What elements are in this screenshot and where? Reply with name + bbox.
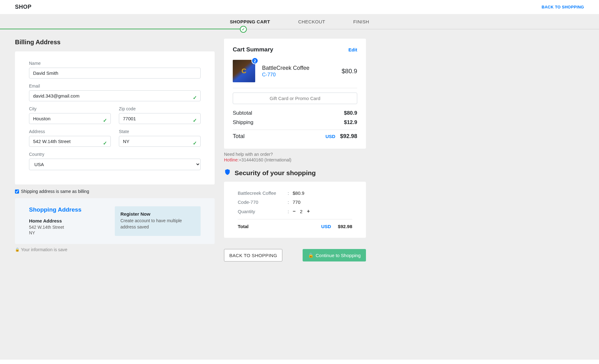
sec-row1-key: Battlecreek Coffee [238,190,288,196]
cart-item-code[interactable]: C-770 [262,72,335,78]
shipping-label: Shipping [233,119,253,126]
home-address-line1: 542 W.14th Street [29,225,109,230]
qty-decrease-button[interactable]: − [293,208,295,214]
email-label: Email [29,84,201,89]
sec-qty-value: 2 [300,209,302,214]
edit-cart-link[interactable]: Edit [348,47,357,52]
cart-summary-card: Cart Summary Edit 2 BattleCreek Coffee C… [224,39,366,149]
cart-summary-title: Cart Summary [233,46,273,53]
continue-label: Continue to Shopping [316,253,361,258]
continue-button[interactable]: 🔒 Continue to Shopping [303,249,366,261]
shield-icon [224,169,231,177]
step-cart[interactable]: SHOPPING CART [230,19,270,24]
address-input[interactable] [29,136,111,147]
city-input[interactable] [29,113,111,124]
check-icon: ✓ [193,95,197,101]
back-to-shopping-link[interactable]: BACK TO SHOPPING [542,5,584,9]
state-input[interactable] [119,136,201,147]
subtotal-value: $80.9 [344,110,357,116]
sec-row3-key: Quantity [238,209,288,214]
hotline-number: +314440160 (International) [239,157,291,162]
shopping-address-heading: Shopping Address [29,206,109,213]
currency-label: USD [325,134,335,139]
sec-row2-key: Code-770 [238,199,288,205]
check-icon: ✓ [103,117,107,123]
lock-icon: 🔒 [308,252,314,258]
cart-item-name: BattleCreek Coffee [262,65,335,71]
total-label: Total [233,133,245,140]
email-input[interactable] [29,90,201,101]
check-icon: ✓ [193,140,197,146]
step-finish[interactable]: FINISH [353,19,369,24]
zip-input[interactable] [119,113,201,124]
city-label: City [29,106,111,111]
cart-item-price: $80.9 [342,68,357,75]
hotline-label: Hotline: [224,157,239,162]
check-icon: ✓ [103,140,107,146]
sec-row1-val: $80.9 [293,190,304,196]
register-box[interactable]: Register Now Create account to have mult… [115,206,201,236]
name-label: Name [29,61,201,66]
zip-label: Zip code [119,106,201,111]
register-desc: Create account to have multiple address … [120,218,195,230]
promo-input[interactable] [233,93,357,104]
address-label: Address [29,129,111,134]
security-card: Battlecreek Coffee : $80.9 Code-770 : 77… [224,182,366,238]
sec-total-value: $92.98 [338,224,352,229]
shopping-address-card: Shopping Address Home Address 542 W.14th… [15,198,215,244]
cart-item-thumb: 2 [233,60,255,82]
help-text: Need help with an order? [224,152,366,157]
security-heading: Security of your shopping [235,169,316,177]
sec-currency: USD [321,224,331,229]
name-input[interactable] [29,68,201,79]
sec-total-label: Total [238,224,288,229]
country-select[interactable]: USA [29,159,201,170]
shipping-value: $12.9 [344,119,357,126]
check-icon: ✓ [193,117,197,123]
progress-check-icon: ✓ [240,26,247,33]
back-to-shopping-button[interactable]: BACK TO SHOPPING [224,249,282,261]
subtotal-label: Subtotal [233,110,252,116]
qty-increase-button[interactable]: + [307,208,310,214]
total-value: $92.98 [340,133,357,139]
home-address-line2: NY [29,230,109,235]
same-shipping-label: Shipping address is same as billing [21,189,89,194]
info-save-text: Your information is save [21,247,67,252]
register-title: Register Now [120,211,195,217]
same-shipping-checkbox[interactable] [15,189,19,194]
step-checkout[interactable]: CHECKOUT [298,19,325,24]
progress-fill [0,29,243,29]
cart-item-qty-badge: 2 [251,57,258,64]
country-label: Country [29,152,201,157]
billing-card: Name Email ✓ City ✓ Zip code [15,51,215,184]
brand-logo: SHOP [15,4,32,10]
billing-title: Billing Address [15,39,215,46]
state-label: State [119,129,201,134]
sec-row2-val: 770 [293,199,300,205]
lock-icon: 🔒 [15,247,20,252]
home-address-title: Home Address [29,218,109,223]
